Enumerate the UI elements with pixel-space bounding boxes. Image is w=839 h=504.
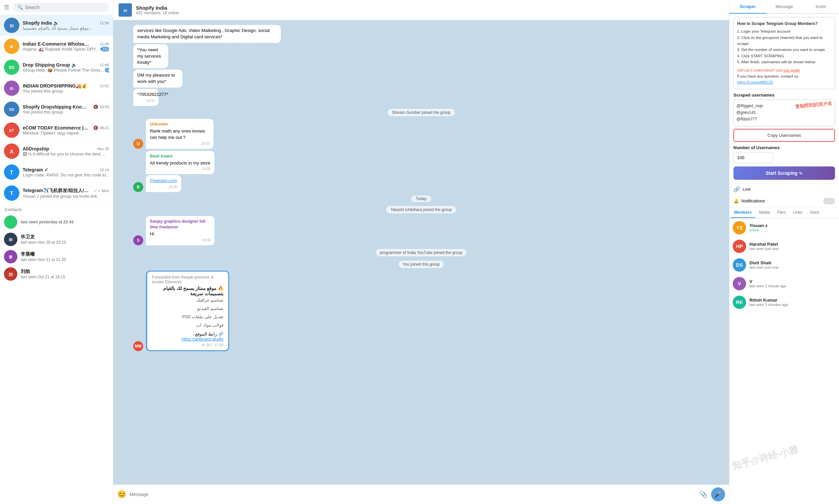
member-name: Ritish Kumar: [749, 298, 836, 303]
chat-item[interactable]: T Telegram✈️飞机群发/组拉人/群... ✓✓ Mon Yixuan …: [0, 183, 113, 204]
member-item[interactable]: RK Ritish Kumar last seen 3 minutes ago: [730, 293, 839, 311]
contact-item[interactable]: last seen yesterday at 22:43: [0, 213, 113, 231]
tab-message[interactable]: Message: [766, 0, 803, 13]
message-input[interactable]: [129, 490, 696, 499]
avatar: IE: [4, 39, 19, 54]
message-bubble: Unknown Rank math any ones knows can hel…: [146, 119, 213, 149]
tab-invite[interactable]: Invite: [802, 0, 839, 13]
tab-voice[interactable]: Voice: [806, 208, 823, 218]
contacts-label: Contacts: [0, 204, 113, 213]
group-avatar: SI: [119, 3, 132, 17]
chat-item[interactable]: IE Indian E-Commerce Wholsaler B2... 11:…: [0, 36, 113, 57]
contact-item[interactable]: 刘 刘焰 last seen Oct 21 at 18:15: [0, 265, 113, 283]
contact-item[interactable]: 毕 毕卫龙 last seen Nov 28 at 20:13: [0, 231, 113, 248]
svg-text:T: T: [10, 170, 13, 176]
svg-text:SI: SI: [10, 23, 14, 28]
message-row: B Basil Asaed All trendy products in my …: [133, 151, 214, 193]
search-input[interactable]: [25, 5, 104, 10]
notifications-toggle[interactable]: [823, 198, 835, 204]
chat-list: SI Shopify India 🔈 11:56 موقع ممتاز يسمح…: [0, 15, 113, 504]
member-status: last seen 3 minutes ago: [749, 303, 836, 307]
attach-button[interactable]: 📎: [699, 490, 708, 498]
message-link[interactable]: Peekstor.com: [150, 178, 177, 184]
contact-status: last seen Oct 21 at 18:15: [21, 275, 109, 279]
tab-links[interactable]: Links: [790, 208, 806, 218]
link-label: Link: [743, 187, 751, 192]
member-name: Harshal Patel: [749, 242, 836, 247]
contact-status: last seen Nov 28 at 20:13: [21, 240, 109, 245]
contact-name: 李晨曦: [21, 251, 109, 257]
member-item[interactable]: V V last seen 1 minute ago: [730, 274, 839, 293]
tab-media[interactable]: Media: [756, 208, 773, 218]
avatar: A: [4, 143, 19, 159]
notifications-section: 🔔 Notifications: [730, 195, 839, 208]
member-item[interactable]: HP Harshal Patel last seen just now: [730, 237, 839, 256]
bell-icon: 🔔: [733, 198, 739, 203]
member-avatar: V: [733, 277, 746, 290]
tab-scraper[interactable]: Scraper: [730, 0, 766, 14]
member-avatar: RK: [733, 295, 746, 309]
group-name: Shopify India: [136, 5, 724, 11]
chat-item[interactable]: DS Drop Shipping Group 🔈 11:46 Group Hel…: [0, 57, 113, 78]
chat-time: 11:56: [100, 21, 109, 25]
message-bubble: *70532622277* 12:32: [133, 89, 159, 106]
message-row: MM Forwarded from freepik premium & enva…: [133, 271, 252, 351]
contact-link[interactable]: https://t.me/will96725: [737, 80, 773, 84]
svg-text:T: T: [10, 191, 13, 196]
member-name: Yixuan z: [749, 223, 836, 228]
unread-badge: 101: [100, 47, 109, 52]
message-avatar: B: [133, 182, 143, 192]
chat-input-bar: 😊 📎 🎤: [113, 484, 729, 504]
message-row: S Sanjay graphics designer full time fre…: [133, 216, 239, 245]
chat-item[interactable]: A AliDropship Nov 28 🖼 Is it difficult f…: [0, 141, 113, 162]
chat-info: Shopify India 🔈 11:56 موقع ممتاز يسمح لك…: [23, 20, 109, 31]
instructions-title: How to Scrape Telegram Group Members?: [737, 21, 831, 27]
search-box[interactable]: 🔍: [13, 3, 109, 12]
svg-text:李: 李: [8, 255, 13, 260]
member-item[interactable]: DS Dixit Shah last seen just now: [730, 256, 839, 274]
message-bubble: *You need my servicesKindly*: [133, 44, 168, 69]
use-guide-link[interactable]: use guide: [783, 68, 800, 72]
copy-usernames-button[interactable]: Copy Usernames: [733, 129, 835, 142]
double-check-icon: ✓✓: [94, 188, 101, 193]
system-message: Shivam Gumber joined the group: [133, 110, 709, 115]
member-status: last seen just now: [749, 247, 836, 251]
unread-badge: 1: [105, 68, 109, 73]
chat-item[interactable]: T Telegram ✓ 10:14 Login code: 49450. Do…: [0, 162, 113, 183]
number-input[interactable]: [733, 152, 773, 163]
contact-name: 毕卫龙: [21, 234, 109, 240]
svg-text:A: A: [10, 149, 14, 155]
avatar: T: [4, 164, 19, 180]
instructions-box: How to Scrape Telegram Group Members? 1.…: [733, 17, 835, 89]
chat-item[interactable]: SD Shopify Dropshipping Knowled... 🔇 10:…: [0, 99, 113, 120]
link-section: 🔗 Link: [730, 183, 839, 195]
avatar: [4, 215, 17, 229]
chat-item[interactable]: ET eCOM TODAY Ecommerce | ENG C... 🔇 08:…: [0, 120, 113, 141]
avatar: SD: [4, 102, 19, 117]
avatar: 毕: [4, 233, 17, 246]
avatar: SI: [4, 18, 19, 33]
emoji-button[interactable]: 😊: [117, 490, 126, 499]
message-avatar: U: [133, 139, 143, 149]
member-avatar: DS: [733, 258, 746, 272]
member-status: online: [749, 228, 836, 232]
chat-item[interactable]: ID INDIAN DROPSHIPPING🚚💰 11:01 You joine…: [0, 78, 113, 99]
forwarded-link[interactable]: https://artboard.studio: [181, 337, 224, 342]
contact-item[interactable]: 李 李晨曦 last seen Nov 21 at 21:30: [0, 248, 113, 265]
messages-area: services like Google Ads, Video Matketin…: [113, 20, 729, 484]
start-scraping-button[interactable]: Start Scraping ∿: [733, 166, 835, 180]
link-icon: 🔗: [733, 186, 740, 193]
tab-files[interactable]: Files: [774, 208, 789, 218]
message-bubble: Sanjay graphics designer full time freel…: [146, 216, 214, 245]
muted-icon: 🔇: [93, 126, 98, 130]
member-avatar: YZ: [733, 221, 746, 234]
member-item[interactable]: YZ Yixuan z online: [730, 218, 839, 237]
tab-members[interactable]: Members: [731, 208, 755, 218]
chat-item[interactable]: SI Shopify India 🔈 11:56 موقع ممتاز يسمح…: [0, 15, 113, 36]
chat-name: Shopify India 🔈: [23, 20, 59, 25]
contact-name: 刘焰: [21, 269, 109, 275]
voice-button[interactable]: 🎤: [711, 487, 725, 501]
system-message: Takashi ichikihara joined the group: [133, 207, 709, 212]
hamburger-icon[interactable]: ☰: [4, 4, 9, 11]
message-bubble: services like Google Ads, Video Matketin…: [133, 25, 281, 43]
